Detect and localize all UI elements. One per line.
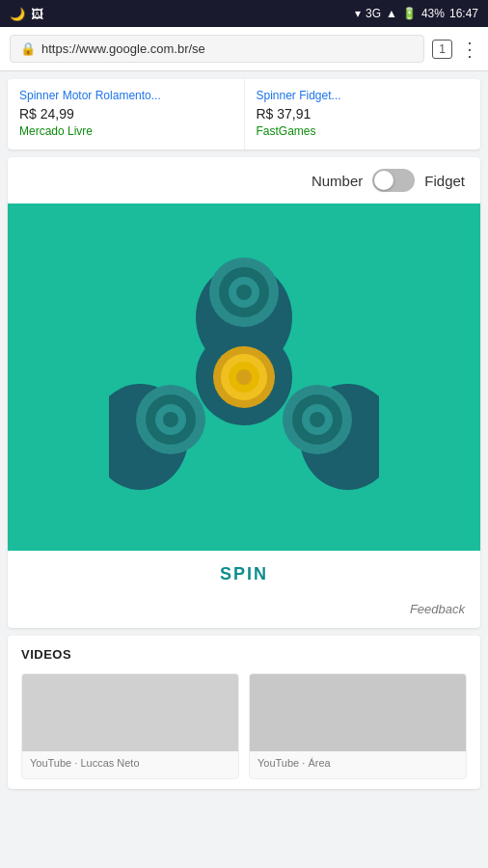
product-price-1: R$ 24,99 xyxy=(19,106,232,122)
page-content: Spinner Motor Rolamento... R$ 24,99 Merc… xyxy=(0,79,488,789)
battery-percent: 43% xyxy=(421,7,445,20)
status-bar: 🌙 🖼 ▾ 3G ▲ 🔋 43% 16:47 xyxy=(0,0,488,27)
product-cards-row: Spinner Motor Rolamento... R$ 24,99 Merc… xyxy=(8,79,480,149)
spin-button-row: SPIN xyxy=(8,551,480,598)
product-card-1[interactable]: Spinner Motor Rolamento... R$ 24,99 Merc… xyxy=(8,79,245,149)
product-seller-1: Mercado Livre xyxy=(19,124,232,138)
product-title-2: Spinner Fidget... xyxy=(257,89,470,102)
videos-section: VIDEOS YouTube · Luccas Neto YouTube · Á… xyxy=(8,636,480,789)
clock: 16:47 xyxy=(449,7,478,20)
video-info-1: YouTube · Luccas Neto xyxy=(22,751,238,778)
video-thumb-1 xyxy=(22,674,238,751)
network-type: 3G xyxy=(366,7,381,20)
browser-menu-button[interactable]: ⋮ xyxy=(460,38,478,61)
video-thumb-2 xyxy=(250,674,466,751)
fidget-spinner-widget: Number Fidget xyxy=(8,157,480,628)
wifi-icon: ▾ xyxy=(355,7,361,20)
video-card-2[interactable]: YouTube · Área xyxy=(249,673,467,779)
battery-icon: 🔋 xyxy=(402,7,417,20)
spinner-canvas[interactable] xyxy=(8,203,480,551)
fidget-spinner-svg xyxy=(109,242,379,512)
product-card-2[interactable]: Spinner Fidget... R$ 37,91 FastGames xyxy=(245,79,481,149)
toggle-left-label: Number xyxy=(312,173,363,189)
lock-icon: 🔒 xyxy=(20,41,36,56)
toggle-right-label: Fidget xyxy=(424,173,465,189)
svg-point-18 xyxy=(310,412,325,427)
video-card-1[interactable]: YouTube · Luccas Neto xyxy=(21,673,239,779)
toggle-switch[interactable] xyxy=(372,169,415,192)
video-source-1: YouTube · Luccas Neto xyxy=(30,757,230,769)
video-info-2: YouTube · Área xyxy=(250,751,466,778)
svg-point-22 xyxy=(236,369,252,385)
product-title-1: Spinner Motor Rolamento... xyxy=(19,89,232,102)
status-left-icons: 🌙 🖼 xyxy=(10,7,43,21)
image-icon: 🖼 xyxy=(31,7,43,21)
signal-icon: ▲ xyxy=(386,7,397,20)
product-price-2: R$ 37,91 xyxy=(257,106,470,122)
url-text: https://www.google.com.br/se xyxy=(41,41,205,56)
status-right-info: ▾ 3G ▲ 🔋 43% 16:47 xyxy=(355,7,478,20)
toggle-row: Number Fidget xyxy=(8,157,480,203)
product-seller-2: FastGames xyxy=(257,124,470,138)
address-bar[interactable]: 🔒 https://www.google.com.br/se xyxy=(10,35,424,63)
video-source-2: YouTube · Área xyxy=(258,757,458,769)
feedback-link[interactable]: Feedback xyxy=(410,602,465,616)
svg-point-10 xyxy=(236,285,252,300)
svg-point-14 xyxy=(163,412,178,427)
spin-button[interactable]: SPIN xyxy=(220,564,268,584)
moon-icon: 🌙 xyxy=(10,7,25,21)
feedback-row: Feedback xyxy=(8,598,480,628)
tab-count[interactable]: 1 xyxy=(432,40,452,59)
toggle-knob xyxy=(374,171,393,190)
browser-toolbar: 🔒 https://www.google.com.br/se 1 ⋮ xyxy=(0,27,488,71)
video-cards-row: YouTube · Luccas Neto YouTube · Área xyxy=(21,673,467,779)
videos-title: VIDEOS xyxy=(21,647,467,662)
